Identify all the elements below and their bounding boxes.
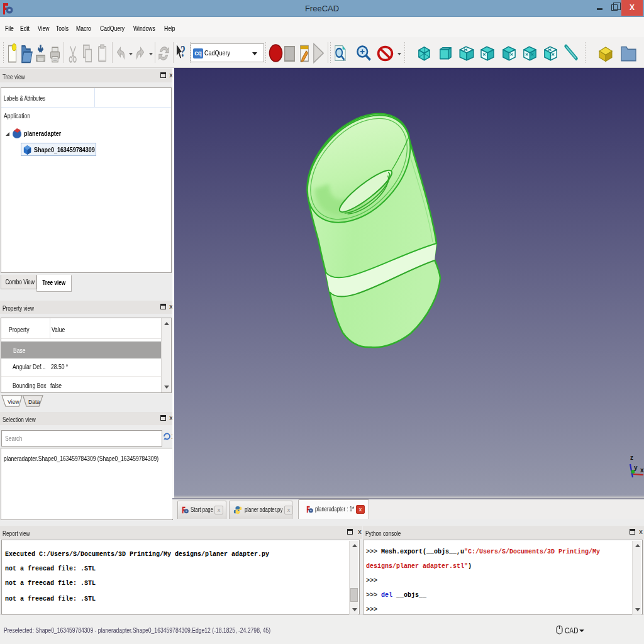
svg-text:?: ?	[180, 43, 186, 59]
svg-text:y: y	[634, 464, 638, 471]
svg-text:x: x	[640, 467, 644, 474]
svg-text:z: z	[630, 454, 633, 461]
svg-text:View: View	[8, 398, 19, 405]
svg-text:Data: Data	[28, 398, 40, 405]
